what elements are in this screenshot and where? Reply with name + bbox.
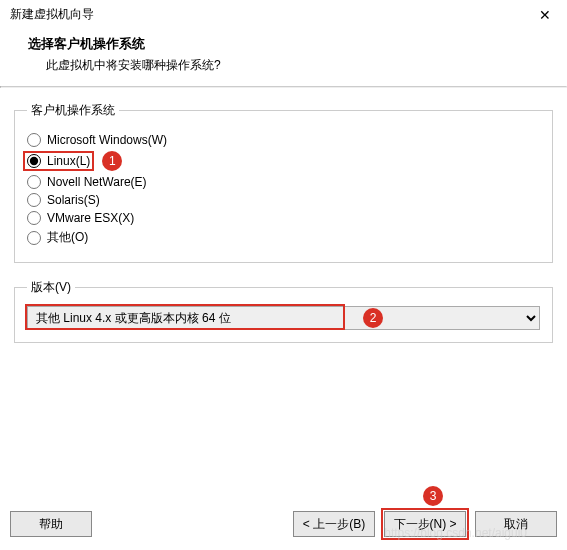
annotation-badge-3: 3 xyxy=(423,486,443,506)
window-title: 新建虚拟机向导 xyxy=(10,6,94,23)
close-icon[interactable]: ✕ xyxy=(533,7,557,23)
radio-novell[interactable]: Novell NetWare(E) xyxy=(27,175,540,189)
radio-linux[interactable]: Linux(L) xyxy=(23,151,94,171)
version-legend: 版本(V) xyxy=(27,279,75,296)
radio-linux-row: Linux(L) 1 xyxy=(27,151,540,171)
next-button-wrap: 3 下一步(N) > xyxy=(381,508,469,540)
radio-windows-label: Microsoft Windows(W) xyxy=(47,133,167,147)
next-button[interactable]: 下一步(N) > xyxy=(384,511,466,537)
radio-vmware[interactable]: VMware ESX(X) xyxy=(27,211,540,225)
radio-windows[interactable]: Microsoft Windows(W) xyxy=(27,133,540,147)
radio-linux-label: Linux(L) xyxy=(47,154,90,168)
version-select[interactable]: 其他 Linux 4.x 或更高版本内核 64 位 xyxy=(27,306,540,330)
back-button[interactable]: < 上一步(B) xyxy=(293,511,375,537)
button-bar: 帮助 < 上一步(B) 3 下一步(N) > 取消 xyxy=(10,508,557,540)
wizard-header: 选择客户机操作系统 此虚拟机中将安装哪种操作系统? xyxy=(0,29,567,86)
radio-solaris-input[interactable] xyxy=(27,193,41,207)
radio-novell-label: Novell NetWare(E) xyxy=(47,175,147,189)
wizard-body: 客户机操作系统 Microsoft Windows(W) Linux(L) 1 … xyxy=(0,88,567,343)
version-fieldset: 版本(V) 其他 Linux 4.x 或更高版本内核 64 位 2 xyxy=(14,279,553,343)
page-subtitle: 此虚拟机中将安装哪种操作系统? xyxy=(28,57,567,74)
next-highlight: 下一步(N) > xyxy=(381,508,469,540)
radio-solaris-label: Solaris(S) xyxy=(47,193,100,207)
version-select-wrap: 其他 Linux 4.x 或更高版本内核 64 位 2 xyxy=(27,306,540,330)
annotation-badge-2: 2 xyxy=(363,308,383,328)
annotation-badge-1: 1 xyxy=(102,151,122,171)
titlebar: 新建虚拟机向导 ✕ xyxy=(0,0,567,29)
radio-other-input[interactable] xyxy=(27,231,41,245)
cancel-button[interactable]: 取消 xyxy=(475,511,557,537)
radio-novell-input[interactable] xyxy=(27,175,41,189)
page-title: 选择客户机操作系统 xyxy=(28,35,567,53)
radio-other-label: 其他(O) xyxy=(47,229,88,246)
radio-vmware-input[interactable] xyxy=(27,211,41,225)
help-button[interactable]: 帮助 xyxy=(10,511,92,537)
radio-solaris[interactable]: Solaris(S) xyxy=(27,193,540,207)
radio-other[interactable]: 其他(O) xyxy=(27,229,540,246)
radio-vmware-label: VMware ESX(X) xyxy=(47,211,134,225)
os-fieldset: 客户机操作系统 Microsoft Windows(W) Linux(L) 1 … xyxy=(14,102,553,263)
os-legend: 客户机操作系统 xyxy=(27,102,119,119)
radio-windows-input[interactable] xyxy=(27,133,41,147)
radio-linux-input[interactable] xyxy=(27,154,41,168)
